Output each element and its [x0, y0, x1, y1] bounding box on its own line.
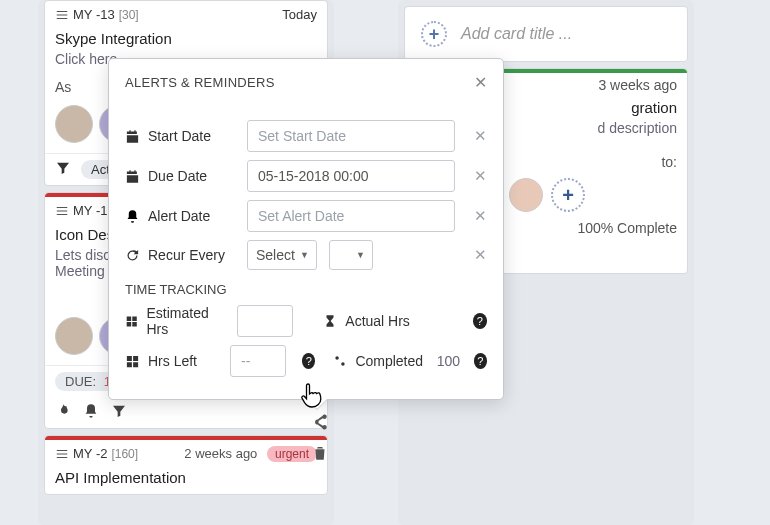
estimated-hrs-input[interactable] [237, 305, 293, 337]
filter-icon[interactable] [55, 160, 71, 179]
card-meta-right: 2 weeks ago urgent [184, 446, 317, 461]
card-id: MY -10 [55, 203, 115, 218]
clear-alert-date-icon[interactable]: ✕ [474, 207, 487, 225]
start-date-input[interactable] [247, 120, 455, 152]
list-icon [55, 204, 69, 218]
alerts-reminders-popover: ALERTS & REMINDERS ✕ Start Date ✕ Due Da… [108, 58, 504, 400]
estimated-hrs-label: Estimated Hrs [125, 305, 225, 337]
actual-hrs-help-icon[interactable]: ? [473, 313, 487, 329]
completed-help-icon[interactable]: ? [474, 353, 487, 369]
calendar-icon [125, 169, 140, 184]
add-card-plus-icon[interactable]: + [421, 21, 447, 47]
share-icon[interactable] [311, 413, 329, 434]
alert-date-input[interactable] [247, 200, 455, 232]
popover-title: ALERTS & REMINDERS [125, 75, 275, 90]
card-date-today: Today [282, 7, 317, 22]
hrs-left-help-icon[interactable]: ? [302, 353, 315, 369]
trash-icon[interactable] [311, 444, 329, 465]
alert-date-label: Alert Date [125, 208, 235, 224]
hrs-left-input[interactable] [230, 345, 286, 377]
card-api-implementation[interactable]: MY -2 [160] 2 weeks ago urgent API Imple… [44, 435, 328, 495]
grid-icon [125, 354, 140, 369]
clear-start-date-icon[interactable]: ✕ [474, 127, 487, 145]
grid-icon [125, 314, 138, 329]
bell-icon[interactable] [83, 403, 99, 422]
add-card-placeholder: Add card title ... [461, 25, 572, 43]
recur-icon [125, 248, 140, 263]
list-icon [55, 8, 69, 22]
card-title: Skype Integration [45, 28, 327, 49]
add-assignee-button[interactable]: + [551, 178, 585, 212]
actual-hrs-label: Actual Hrs [323, 313, 422, 329]
hrs-left-label: Hrs Left [125, 353, 218, 369]
fire-icon[interactable] [55, 403, 71, 422]
completed-value: 100 [437, 353, 462, 369]
bell-icon [125, 209, 140, 224]
avatar[interactable] [509, 178, 543, 212]
calendar-icon [125, 129, 140, 144]
add-card-input[interactable]: + Add card title ... [404, 6, 688, 62]
popover-close-icon[interactable]: ✕ [474, 73, 487, 92]
avatar[interactable] [55, 317, 93, 355]
recur-every-label: Recur Every [125, 247, 235, 263]
recur-unit-select[interactable]: Select [247, 240, 317, 270]
card-id: MY -13 [30] [55, 7, 139, 22]
due-date-label: Due Date [125, 168, 235, 184]
card-id: MY -2 [160] [55, 446, 138, 461]
start-date-label: Start Date [125, 128, 235, 144]
time-tracking-heading: TIME TRACKING [125, 282, 487, 297]
filter-icon[interactable] [111, 403, 127, 422]
due-date-input[interactable] [247, 160, 455, 192]
recur-count-select[interactable] [329, 240, 373, 270]
clear-recur-icon[interactable]: ✕ [474, 246, 487, 264]
clear-due-date-icon[interactable]: ✕ [474, 167, 487, 185]
percent-icon [333, 354, 347, 368]
avatar[interactable] [55, 105, 93, 143]
list-icon [55, 447, 69, 461]
hourglass-icon [323, 314, 337, 328]
card-title: API Implementation [45, 467, 327, 494]
popover-arrow [307, 399, 327, 409]
completed-label: Completed [333, 353, 424, 369]
